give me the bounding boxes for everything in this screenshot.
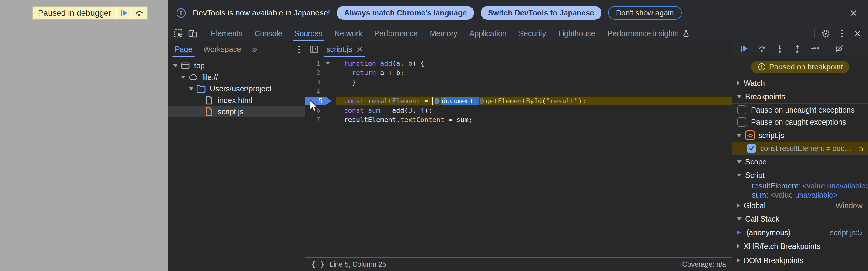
editor-tab-script-js[interactable]: script.js [321, 41, 369, 57]
scope-var-resultelement[interactable]: resultElement: <value unavailable> [733, 181, 868, 190]
deactivate-breakpoints-button[interactable] [832, 42, 847, 55]
notification-close-button[interactable] [847, 6, 860, 20]
code-line-7[interactable]: 7resultElement.textContent = sum; [305, 115, 732, 124]
breakpoint-file-group[interactable]: script.js [733, 128, 868, 142]
tab-memory[interactable]: Memory [424, 26, 463, 41]
close-devtools-button[interactable] [850, 27, 864, 40]
source-editor-pane: script.js 1function add(a, b) {2 return … [305, 41, 732, 271]
tab-performance-insights[interactable]: Performance insights [601, 26, 696, 41]
more-options-menu-button[interactable] [835, 27, 848, 40]
chevron-down-icon [737, 134, 742, 137]
tree-item-project-folder[interactable]: Users/user/project [168, 83, 305, 94]
pretty-print-icon[interactable]: { } [311, 260, 325, 268]
tab-application[interactable]: Application [463, 26, 513, 41]
scope-var-sum[interactable]: sum: <value unavailable> [733, 190, 868, 200]
line-number[interactable]: 4 [305, 87, 324, 96]
code-line-3[interactable]: 3 } [305, 78, 732, 87]
code-text[interactable]: const resultElement = document.getElemen… [337, 96, 586, 106]
step-over-button-banner[interactable] [132, 7, 147, 19]
chevron-down-icon[interactable] [172, 64, 179, 67]
tab-console[interactable]: Console [248, 26, 288, 41]
dont-show-again-button[interactable]: Don't show again [608, 6, 682, 20]
cursor-position: Line 5, Column 25 [330, 260, 386, 269]
pause-caught-exceptions-row[interactable]: Pause on caught exceptions [733, 116, 868, 128]
tab-lighthouse[interactable]: Lighthouse [552, 26, 601, 41]
settings-gear-button[interactable] [819, 27, 833, 40]
mouse-cursor [309, 100, 320, 113]
step-into-button[interactable] [772, 42, 787, 55]
tab-sources[interactable]: Sources [288, 26, 329, 41]
switch-devtools-japanese-button[interactable]: Switch DevTools to Japanese [481, 6, 601, 20]
section-scope[interactable]: Scope [733, 155, 868, 169]
tab-elements[interactable]: Elements [205, 26, 248, 41]
code-line-4[interactable]: 4 [305, 87, 732, 96]
section-call-stack[interactable]: Call Stack [733, 212, 868, 226]
section-breakpoints[interactable]: Breakpoints [733, 90, 868, 103]
always-match-language-button[interactable]: Always match Chrome's language [337, 6, 474, 20]
editor-status-bar: { } Line 5, Column 25 Coverage: n/a [305, 257, 732, 271]
devtools-window: DevTools is now available in Japanese! A… [168, 0, 868, 271]
code-line-1[interactable]: 1function add(a, b) { [305, 59, 732, 68]
editor-tab-strip: script.js [305, 41, 732, 57]
line-number[interactable]: 2 [305, 68, 324, 78]
tree-item-script-js[interactable]: script.js [168, 106, 305, 117]
code-area[interactable]: 1function add(a, b) {2 return a + b;3 }4… [305, 57, 732, 257]
section-dom-breakpoints[interactable]: DOM Breakpoints [733, 253, 868, 267]
breakpoint-entry-line5[interactable]: const resultElement = doc… 5 [733, 142, 868, 154]
chevron-down-icon [737, 174, 742, 177]
tree-item-index-html[interactable]: index.html [168, 94, 305, 106]
navigator-tab-workspace[interactable]: Workspace [203, 41, 241, 57]
code-line-5[interactable]: 5const resultElement = document.getEleme… [305, 96, 732, 106]
scope-group-script[interactable]: Script [733, 169, 868, 181]
tab-network[interactable]: Network [329, 26, 369, 41]
global-scope-value: Window [836, 201, 864, 210]
resume-script-execution-button[interactable] [737, 42, 752, 55]
pause-caught-checkbox[interactable] [737, 117, 746, 126]
fold-arrow-icon [326, 62, 330, 65]
toggle-device-toolbar-button[interactable] [186, 27, 199, 40]
resume-script-button[interactable] [117, 7, 131, 19]
tab-performance[interactable]: Performance [368, 26, 424, 41]
navigator-tab-page[interactable]: Page [175, 41, 192, 57]
code-text[interactable]: } [337, 78, 356, 87]
code-text[interactable]: const sum = add(3, 4); [337, 106, 432, 115]
toolbar-divider [827, 44, 827, 53]
debugger-toolbar [733, 41, 868, 56]
line-number[interactable]: 7 [305, 115, 324, 124]
code-text[interactable]: return a + b; [337, 68, 404, 78]
continue-to-location-marker-icon [435, 98, 440, 104]
step-button[interactable] [807, 42, 823, 55]
chevron-down-icon[interactable] [187, 87, 195, 90]
tab-security[interactable]: Security [513, 26, 552, 41]
code-line-6[interactable]: 6const sum = add(3, 4); [305, 106, 732, 115]
continue-to-location-marker-icon [480, 98, 485, 104]
step-over-button[interactable] [754, 42, 770, 55]
navigator-menu-button[interactable] [299, 46, 300, 53]
script-file-icon [745, 130, 755, 140]
tree-item-top[interactable]: top [168, 60, 305, 71]
breakpoint-enabled-checkbox[interactable] [747, 144, 756, 153]
code-text[interactable]: function add(a, b) { [337, 59, 424, 68]
scope-group-global[interactable]: Global Window [733, 200, 868, 212]
code-line-2[interactable]: 2 return a + b; [305, 68, 732, 78]
line-number[interactable]: 1 [305, 59, 324, 68]
line-number[interactable]: 3 [305, 78, 324, 87]
chevron-down-icon[interactable] [180, 76, 187, 79]
step-out-button[interactable] [789, 42, 805, 55]
chevron-right-icon [737, 258, 740, 263]
folder-icon [196, 84, 206, 94]
coverage-status: Coverage: n/a [682, 260, 726, 269]
inspect-element-button[interactable] [172, 27, 186, 40]
pause-uncaught-exceptions-row[interactable]: Pause on uncaught exceptions [733, 104, 868, 116]
frame-icon [180, 60, 190, 71]
section-watch[interactable]: Watch [733, 77, 868, 90]
tree-item-file-protocol[interactable]: file:// [168, 71, 305, 83]
section-xhr-breakpoints[interactable]: XHR/fetch Breakpoints [733, 239, 868, 253]
toggle-navigator-panel-button[interactable] [307, 43, 321, 56]
pause-uncaught-checkbox[interactable] [737, 105, 746, 114]
navigator-header: Page Workspace » [168, 41, 305, 57]
call-stack-frame[interactable]: (anonymous) script.js:5 [733, 226, 868, 239]
more-tabs-chevron[interactable]: » [252, 44, 257, 54]
code-text[interactable]: resultElement.textContent = sum; [337, 115, 472, 124]
close-tab-icon[interactable] [356, 46, 363, 53]
